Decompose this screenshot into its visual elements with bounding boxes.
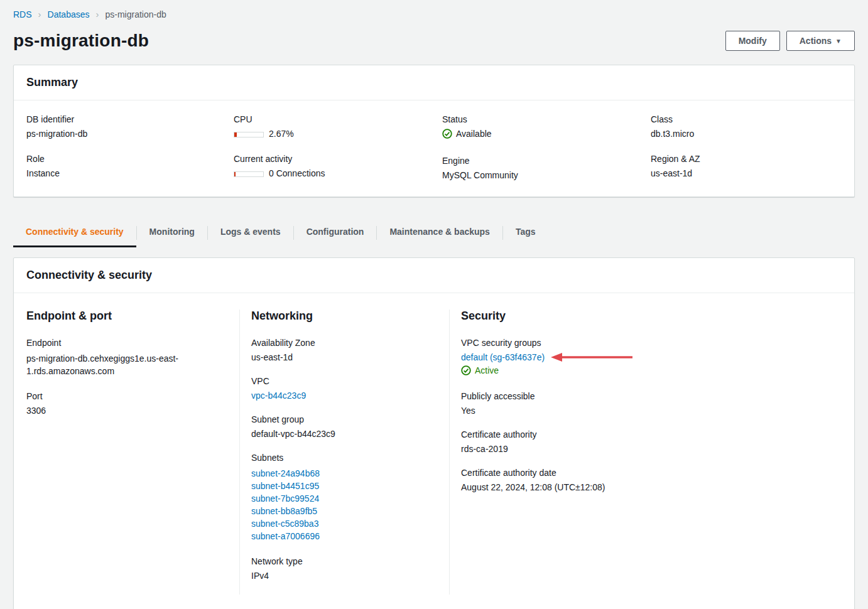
page-title: ps-migration-db — [13, 31, 149, 51]
summary-card-header: Summary — [14, 65, 854, 100]
security-title: Security — [461, 310, 824, 323]
vpc-field: VPC vpc-b44c23c9 — [251, 376, 431, 401]
summary-col-metrics: CPU 2.67% Current activity 0 Connections — [234, 114, 442, 180]
endpoint-port-column: Endpoint & port Endpoint ps-migration-db… — [26, 310, 239, 595]
actions-button[interactable]: Actions▼ — [786, 31, 855, 51]
summary-card: Summary DB identifier ps-migration-db Ro… — [13, 65, 855, 197]
endpoint-label: Endpoint — [26, 338, 222, 348]
certificate-authority-date-value: August 22, 2024, 12:08 (UTC±12:08) — [461, 482, 824, 492]
region-az-label: Region & AZ — [651, 154, 842, 164]
db-identifier-value: ps-migration-db — [26, 129, 234, 139]
class-field: Class db.t3.micro — [651, 114, 842, 139]
current-activity-value-row: 0 Connections — [234, 168, 442, 178]
certificate-authority-field: Certificate authority rds-ca-2019 — [461, 429, 824, 454]
breadcrumb-rds[interactable]: RDS — [13, 9, 32, 19]
annotation-arrow — [551, 352, 632, 362]
subnet-link[interactable]: subnet-c5c89ba3 — [251, 517, 431, 530]
networking-column: Networking Availability Zone us-east-1d … — [239, 310, 449, 595]
vpc-security-groups-label: VPC security groups — [461, 338, 824, 348]
port-field: Port 3306 — [26, 391, 222, 416]
breadcrumb-chevron-icon: › — [96, 9, 99, 19]
subnet-group-label: Subnet group — [251, 414, 431, 424]
subnet-group-value: default-vpc-b44c23c9 — [251, 429, 431, 439]
modify-button[interactable]: Modify — [725, 31, 780, 51]
role-field: Role Instance — [26, 154, 234, 178]
tab-logs-events[interactable]: Logs & events — [208, 218, 293, 247]
engine-field: Engine MySQL Community — [442, 156, 651, 180]
region-az-value: us-east-1d — [651, 168, 842, 178]
role-value: Instance — [26, 168, 234, 178]
breadcrumb: RDS › Databases › ps-migration-db — [13, 9, 855, 19]
endpoint-port-title: Endpoint & port — [26, 310, 222, 323]
subnet-link[interactable]: subnet-24a94b68 — [251, 467, 431, 480]
endpoint-field: Endpoint ps-migration-db.cehxegiggs1e.us… — [26, 338, 222, 377]
current-activity-label: Current activity — [234, 154, 442, 164]
certificate-authority-value: rds-ca-2019 — [461, 444, 824, 454]
security-group-link[interactable]: default (sg-63f4637e) — [461, 352, 545, 362]
status-value: Available — [456, 129, 492, 139]
subnets-label: Subnets — [251, 453, 431, 463]
tab-maintenance-backups[interactable]: Maintenance & backups — [377, 218, 502, 247]
engine-label: Engine — [442, 156, 651, 166]
tab-connectivity-security[interactable]: Connectivity & security — [13, 218, 136, 247]
connectivity-card-header: Connectivity & security — [14, 258, 854, 293]
region-az-field: Region & AZ us-east-1d — [651, 154, 842, 178]
certificate-authority-date-label: Certificate authority date — [461, 468, 824, 478]
class-label: Class — [651, 114, 842, 124]
chevron-down-icon: ▼ — [835, 38, 842, 45]
subnet-link[interactable]: subnet-bb8a9fb5 — [251, 505, 431, 517]
availability-zone-field: Availability Zone us-east-1d — [251, 338, 431, 362]
certificate-authority-date-field: Certificate authority date August 22, 20… — [461, 468, 824, 492]
publicly-accessible-field: Publicly accessible Yes — [461, 391, 824, 416]
availability-zone-label: Availability Zone — [251, 338, 431, 348]
check-circle-icon — [442, 129, 452, 139]
endpoint-value: ps-migration-db.cehxegiggs1e.us-east-1.r… — [26, 352, 215, 377]
tab-configuration[interactable]: Configuration — [294, 218, 377, 247]
page-header: ps-migration-db Modify Actions▼ — [13, 31, 855, 51]
breadcrumb-current: ps-migration-db — [106, 9, 166, 19]
network-type-value: IPv4 — [251, 571, 431, 581]
publicly-accessible-value: Yes — [461, 406, 824, 416]
network-type-label: Network type — [251, 556, 431, 566]
connectivity-security-card: Connectivity & security Endpoint & port … — [13, 257, 855, 609]
cpu-label: CPU — [234, 114, 442, 124]
summary-col-class: Class db.t3.micro Region & AZ us-east-1d — [651, 114, 842, 180]
status-badge: Available — [442, 129, 492, 139]
publicly-accessible-label: Publicly accessible — [461, 391, 824, 401]
subnet-link[interactable]: subnet-a7006696 — [251, 530, 431, 542]
availability-zone-value: us-east-1d — [251, 352, 431, 362]
port-label: Port — [26, 391, 222, 401]
summary-grid: DB identifier ps-migration-db Role Insta… — [14, 100, 854, 197]
summary-col-status: Status Available Engine MySQL Community — [442, 114, 651, 180]
connectivity-grid: Endpoint & port Endpoint ps-migration-db… — [14, 293, 854, 609]
rds-database-detail-page: RDS › Databases › ps-migration-db ps-mig… — [0, 0, 868, 609]
status-field: Status Available — [442, 114, 651, 141]
summary-col-identity: DB identifier ps-migration-db Role Insta… — [26, 114, 234, 180]
tab-monitoring[interactable]: Monitoring — [137, 218, 207, 247]
subnet-group-field: Subnet group default-vpc-b44c23c9 — [251, 414, 431, 439]
class-value: db.t3.micro — [651, 129, 842, 139]
subnets-field: Subnets subnet-24a94b68 subnet-b4451c95 … — [251, 453, 431, 542]
cpu-value: 2.67% — [269, 129, 294, 139]
breadcrumb-chevron-icon: › — [38, 9, 41, 19]
status-label: Status — [442, 114, 651, 124]
current-activity-field: Current activity 0 Connections — [234, 154, 442, 178]
security-group-row: default (sg-63f4637e) — [461, 352, 824, 362]
tab-tags[interactable]: Tags — [503, 218, 548, 247]
header-actions: Modify Actions▼ — [725, 31, 855, 51]
breadcrumb-databases[interactable]: Databases — [48, 9, 90, 19]
networking-title: Networking — [251, 310, 431, 323]
engine-value: MySQL Community — [442, 170, 651, 180]
vpc-security-groups-field: VPC security groups default (sg-63f4637e… — [461, 338, 824, 377]
db-identifier-label: DB identifier — [26, 114, 234, 124]
role-label: Role — [26, 154, 234, 164]
subnet-list: subnet-24a94b68 subnet-b4451c95 subnet-7… — [251, 467, 431, 542]
vpc-link[interactable]: vpc-b44c23c9 — [251, 391, 306, 401]
summary-title: Summary — [26, 76, 842, 89]
network-type-field: Network type IPv4 — [251, 556, 431, 581]
security-group-status: Active — [461, 365, 499, 375]
subnet-link[interactable]: subnet-b4451c95 — [251, 480, 431, 492]
cpu-field: CPU 2.67% — [234, 114, 442, 139]
check-circle-icon — [461, 365, 471, 375]
subnet-link[interactable]: subnet-7bc99524 — [251, 492, 431, 505]
